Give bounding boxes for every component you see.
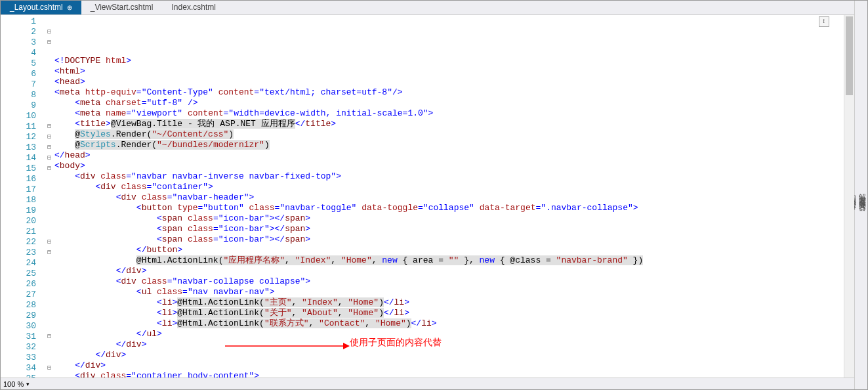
fold-toggle-icon bbox=[44, 269, 54, 279]
code-line[interactable]: <meta charset="utf-8" /> bbox=[54, 98, 844, 108]
ide-window: _Layout.cshtml⊕_ViewStart.cshtmlIndex.cs… bbox=[0, 0, 868, 390]
fold-toggle-icon[interactable]: ⊟ bbox=[44, 142, 54, 153]
tab-bar: _Layout.cshtml⊕_ViewStart.cshtmlIndex.cs… bbox=[1, 1, 854, 15]
fold-toggle-icon[interactable]: ⊟ bbox=[44, 237, 54, 248]
code-line[interactable]: <body> bbox=[54, 161, 844, 171]
line-number: 34 bbox=[1, 363, 44, 374]
code-line[interactable]: <title>@ViewBag.Title - 我的 ASP.NET 应用程序<… bbox=[54, 119, 844, 129]
fold-toggle-icon[interactable]: ⊟ bbox=[44, 363, 54, 374]
fold-toggle-icon bbox=[44, 216, 54, 227]
fold-toggle-icon bbox=[44, 311, 54, 321]
fold-toggle-icon bbox=[44, 290, 54, 300]
line-number: 12 bbox=[1, 132, 44, 142]
split-toggle-button[interactable]: ↕ bbox=[819, 16, 829, 27]
pin-icon[interactable]: ⊕ bbox=[67, 4, 72, 11]
vertical-scrollbar[interactable] bbox=[844, 15, 854, 378]
tab-layoutcshtml[interactable]: _Layout.cshtml⊕ bbox=[1, 1, 81, 14]
code-line[interactable]: </head> bbox=[54, 150, 844, 161]
code-line[interactable]: </div> bbox=[54, 339, 844, 350]
code-line[interactable]: <div class="navbar-header"> bbox=[54, 192, 844, 203]
line-number: 3 bbox=[1, 37, 44, 48]
code-line[interactable]: <div class="navbar navbar-inverse navbar… bbox=[54, 171, 844, 182]
line-number: 9 bbox=[1, 100, 44, 111]
line-number: 20 bbox=[1, 216, 44, 227]
code-line[interactable]: @Html.ActionLink("应用程序名称", "Index", "Hom… bbox=[54, 255, 844, 266]
code-line[interactable]: <span class="icon-bar"></span> bbox=[54, 224, 844, 234]
fold-toggle-icon[interactable]: ⊟ bbox=[44, 163, 54, 174]
right-toolwindow-tabs: 解决方案资源管理器团队资源管理器诊断工具属性 bbox=[854, 1, 867, 389]
fold-toggle-icon bbox=[44, 69, 54, 79]
line-number: 10 bbox=[1, 111, 44, 121]
line-number: 8 bbox=[1, 90, 44, 100]
code-line[interactable]: <li>@Html.ActionLink("主页", "Index", "Hom… bbox=[54, 297, 844, 308]
code-line[interactable]: </button> bbox=[54, 245, 844, 255]
line-number: 24 bbox=[1, 258, 44, 269]
chevron-down-icon[interactable]: ▾ bbox=[26, 381, 30, 387]
line-number: 27 bbox=[1, 290, 44, 300]
fold-toggle-icon bbox=[44, 79, 54, 90]
zoom-level[interactable]: 100 % bbox=[3, 380, 24, 388]
fold-toggle-icon[interactable]: ⊟ bbox=[44, 121, 54, 132]
fold-gutter[interactable]: ⊟⊟⊟⊟⊟⊟⊟⊟⊟⊟⊟ bbox=[44, 15, 54, 378]
code-line[interactable]: <div class="container"> bbox=[54, 182, 844, 192]
line-number: 14 bbox=[1, 153, 44, 163]
code-line[interactable]: <span class="icon-bar"></span> bbox=[54, 213, 844, 224]
fold-toggle-icon[interactable]: ⊟ bbox=[44, 332, 54, 342]
code-line[interactable]: </div> bbox=[54, 266, 844, 276]
code-line[interactable]: <meta http-equiv="Content-Type" content=… bbox=[54, 87, 844, 98]
code-line[interactable]: @Styles.Render("~/Content/css") bbox=[54, 129, 844, 140]
line-number: 13 bbox=[1, 142, 44, 153]
code-line[interactable]: <li>@Html.ActionLink("关于", "About", "Hom… bbox=[54, 308, 844, 318]
fold-toggle-icon bbox=[44, 111, 54, 121]
fold-toggle-icon bbox=[44, 206, 54, 216]
status-bar: 100 % ▾ bbox=[1, 378, 854, 389]
code-line[interactable]: <button type="button" class="navbar-togg… bbox=[54, 203, 844, 213]
line-number: 28 bbox=[1, 300, 44, 311]
code-line[interactable]: </ul> bbox=[54, 329, 844, 339]
code-line[interactable]: </div> bbox=[54, 350, 844, 360]
fold-toggle-icon[interactable]: ⊟ bbox=[44, 248, 54, 258]
toolwindow-tab[interactable]: 解决方案资源管理器 bbox=[858, 5, 867, 383]
code-line[interactable]: <div class="container body-content"> bbox=[54, 371, 844, 378]
fold-toggle-icon bbox=[44, 100, 54, 111]
code-line[interactable]: @Scripts.Render("~/bundles/modernizr") bbox=[54, 140, 844, 150]
line-number: 17 bbox=[1, 184, 44, 195]
fold-toggle-icon bbox=[44, 16, 54, 27]
fold-toggle-icon[interactable]: ⊟ bbox=[44, 27, 54, 37]
line-number: 11 bbox=[1, 121, 44, 132]
fold-toggle-icon[interactable]: ⊟ bbox=[44, 132, 54, 142]
fold-toggle-icon bbox=[44, 48, 54, 58]
fold-toggle-icon bbox=[44, 279, 54, 290]
line-number: 26 bbox=[1, 279, 44, 290]
fold-toggle-icon bbox=[44, 58, 54, 69]
fold-toggle-icon bbox=[44, 321, 54, 332]
code-line[interactable]: <ul class="nav navbar-nav"> bbox=[54, 287, 844, 297]
code-line[interactable]: <span class="icon-bar"></span> bbox=[54, 234, 844, 245]
line-number: 19 bbox=[1, 206, 44, 216]
line-number: 4 bbox=[1, 48, 44, 58]
code-line[interactable]: </div> bbox=[54, 360, 844, 371]
code-editor[interactable]: 1234567891011121314151617181920212223242… bbox=[1, 15, 854, 378]
code-line[interactable]: <div class="navbar-collapse collapse"> bbox=[54, 276, 844, 287]
code-line[interactable]: <meta name="viewport" content="width=dev… bbox=[54, 108, 844, 119]
code-line[interactable]: <li>@Html.ActionLink("联系方式", "Contact", … bbox=[54, 318, 844, 329]
line-number: 1 bbox=[1, 16, 44, 27]
line-number: 32 bbox=[1, 342, 44, 353]
line-number: 25 bbox=[1, 269, 44, 279]
scrollbar-thumb[interactable] bbox=[846, 16, 853, 95]
line-number: 18 bbox=[1, 195, 44, 206]
line-number-gutter: 1234567891011121314151617181920212223242… bbox=[1, 15, 44, 378]
fold-toggle-icon bbox=[44, 342, 54, 353]
tab-viewstartcshtml[interactable]: _ViewStart.cshtml bbox=[81, 1, 163, 14]
fold-toggle-icon[interactable]: ⊟ bbox=[44, 37, 54, 48]
code-line[interactable]: <head> bbox=[54, 77, 844, 87]
fold-toggle-icon[interactable]: ⊟ bbox=[44, 153, 54, 163]
code-area[interactable]: 使用子页面的内容代替 <!DOCTYPE html><html><head><m… bbox=[54, 15, 844, 378]
tab-indexcshtml[interactable]: Index.cshtml bbox=[163, 1, 225, 14]
line-number: 30 bbox=[1, 321, 44, 332]
line-number: 33 bbox=[1, 353, 44, 363]
line-number: 23 bbox=[1, 248, 44, 258]
code-line[interactable]: <!DOCTYPE html> bbox=[54, 56, 844, 66]
line-number: 5 bbox=[1, 58, 44, 69]
code-line[interactable]: <html> bbox=[54, 66, 844, 77]
